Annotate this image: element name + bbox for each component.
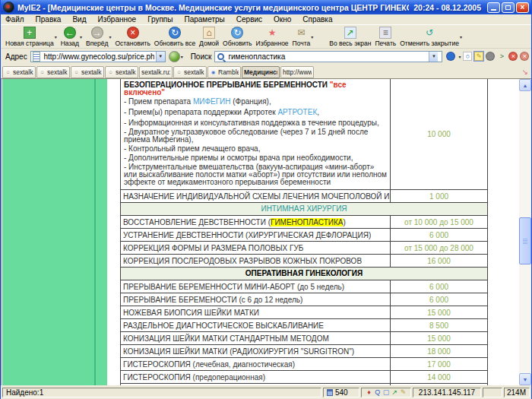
detail-line: - Прием(ы) препарата поддержки Артротек … [124,109,387,116]
service-name: НОЖЕВАЯ БИОПСИЯ ШЕЙКИ МАТКИ [121,306,391,318]
menu-item-6[interactable]: Параметры [184,15,224,24]
service-price: от 10 000 до 15 000 [391,216,487,228]
text-segment: - Дополнительные приемы и осмотры врача … [124,154,353,162]
section-header-row: ОПЕРАТИВНАЯ ГИНЕКОЛОГИЯ [121,268,487,280]
go-button[interactable] [169,51,180,62]
back-icon: ← [64,27,76,39]
service-price: 17 000 [391,358,487,370]
detail-line: - Информационная и консультативная подде… [124,119,387,127]
service-price: 6 000 [391,293,487,306]
refresh-button[interactable]: ↻Обновить [221,27,254,47]
tab-9[interactable]: http://www.d... [280,66,314,78]
cascade-icon[interactable]: ▢ [382,388,389,397]
forward-button[interactable]: →Вперёд▾ [84,27,112,47]
print-button[interactable]: ≡Печать [373,27,397,47]
tab-7[interactable]: ◉Rambler: '... [207,66,241,78]
tab-label: Медицински... [244,68,277,76]
service-price: 6 000 [391,229,487,241]
new-page-dropdown-caret[interactable]: ▾ [55,34,57,40]
external-icon[interactable]: ↗ [391,388,398,397]
undo-close-dropdown-caret[interactable]: ▾ [460,34,462,40]
tab-8[interactable]: Медицински... [242,66,280,78]
forward-icon: → [91,27,103,39]
drug-link[interactable]: АРТРОТЕК [277,108,317,116]
address-input[interactable] [42,52,155,61]
search-input[interactable] [226,52,429,61]
new-page-button[interactable]: +Новая страница▾ [4,27,59,47]
restore-button[interactable] [502,2,515,13]
menu-item-8[interactable]: Окно [274,15,291,24]
service-price: 15 000 [391,306,487,318]
web-service-icon[interactable] [486,52,495,61]
tab-6[interactable]: ☺sextalk.ru... [173,66,207,78]
table-row: ГИСТЕРОСКОПИЯ (лечебная, диагностическая… [121,358,487,371]
table-row: КОНИЗАЦИЯ ШЕЙКИ МАТКИ СТАНДАРТНЫМ МЕТОДО… [121,332,487,345]
menu-item-1[interactable]: Файл [5,15,24,24]
close-button[interactable]: × [516,2,529,13]
tabbar-scroll-icon[interactable]: ↘ [522,68,528,76]
tab-1[interactable]: ☺sextalk.ru... [2,66,36,78]
search-dropdown[interactable]: ▼ [429,52,438,62]
forum-icon: ☺ [176,69,182,76]
service-detail: БЕЗОПЕРАЦИОННОЕ ПРЕРЫВАНИЕ БЕРЕМЕННОСТИ … [121,79,391,189]
menu-item-5[interactable]: Группы [147,15,173,24]
address-dropdown[interactable]: ▼ [156,52,165,62]
find-in-page-icon[interactable]: ○ [463,52,472,61]
forward-label: Вперёд [86,40,108,47]
page-viewport: БЕЗОПЕРАЦИОННОЕ ПРЕРЫВАНИЕ БЕРЕМЕННОСТИ … [1,78,531,385]
tab-3[interactable]: ☺sextalk.ru... [71,66,104,78]
menu-item-9[interactable]: Справка [302,15,332,24]
service-price: 10 000 [391,79,487,189]
browser-window: MyIE2 - [Медицинские центры в Москве. Ме… [0,0,532,399]
text-segment: - Контрольный прием лечащего врача, [124,144,260,153]
detail-line: - Дополнительные приемы и осмотры врача … [124,154,387,162]
forum-icon: ☺ [39,69,46,76]
menu-bar: ФайлПравкаВидИзбранноеГруппыПараметрыСер… [1,14,531,24]
clear-highlight-icon[interactable]: × [508,52,518,61]
proxy-icon[interactable]: Q [374,388,381,397]
forward-dropdown-caret[interactable]: ▾ [109,34,111,40]
scroll-down-arrow-icon[interactable]: ▼ [519,373,531,385]
text-segment: - Двукратное ультразвуковое обследование… [124,128,368,144]
ad-filter-icon[interactable]: ♦ [366,388,372,397]
edit-icon[interactable]: ✎ [400,388,407,397]
back-button[interactable]: ←Назад▾ [59,27,84,47]
scrollbar-thumb[interactable] [519,217,531,264]
scroll-up-arrow-icon[interactable]: ▲ [519,79,531,91]
engine-globe-icon[interactable] [446,52,455,61]
close-search-icon[interactable]: × [520,52,529,61]
fullscreen-button[interactable]: ↗Во весь экран [328,27,372,47]
menu-item-4[interactable]: Избранное [97,15,136,24]
menu-item-7[interactable]: Сервис [236,15,262,24]
engine-dropdown-caret[interactable]: ▾ [458,54,461,59]
mail-button[interactable]: ✉Почта▾ [291,27,315,47]
drug-link[interactable]: МИФЕГИН [193,97,231,106]
refresh-all-button[interactable]: ↻Обновить все [153,27,197,47]
chevron-icon[interactable]: > [497,52,506,61]
tab-label: sextalk.ru... [13,68,33,76]
fullscreen-icon: ↗ [344,27,356,39]
go-dropdown-caret[interactable]: ▾ [181,54,183,59]
minimize-button[interactable] [487,2,500,13]
vertical-scrollbar[interactable]: ▲ ▼ [519,79,531,385]
tab-2[interactable]: ☺sextalk.ru... [36,66,70,78]
menu-item-2[interactable]: Правка [36,15,62,24]
service-price: 8 500 [391,319,487,331]
text-segment: КОНИЗАЦИЯ ШЕЙКИ МАТКИ (РАДИОХИРУРГИЯ "SU… [123,347,354,356]
stop-button[interactable]: ×Остановить [113,27,151,47]
menu-item-3[interactable]: Вид [72,15,86,24]
search-icon [217,53,224,60]
section-title: ИНТИМНАЯ ХИРУРГИЯ [121,203,487,215]
back-dropdown-caret[interactable]: ▾ [80,34,82,40]
refresh-icon: ↻ [231,27,243,39]
home-icon: ⌂ [203,27,215,39]
status-trash-cell[interactable]: 540 [323,388,359,397]
mail-dropdown-caret[interactable]: ▾ [311,34,313,40]
home-button[interactable]: ⌂Домой [198,27,220,47]
favorites-button[interactable]: ★Избранное [255,27,290,47]
tab-4[interactable]: ☺sextalk.ru... [105,66,138,78]
undo-close-button[interactable]: ↺Отменить закрытие▾ [398,27,464,47]
tab-label: sextalk.ru... [116,68,136,76]
tab-5[interactable]: sextalk.ru: де... [139,66,173,78]
highlight-icon[interactable]: ✎ [474,52,483,61]
